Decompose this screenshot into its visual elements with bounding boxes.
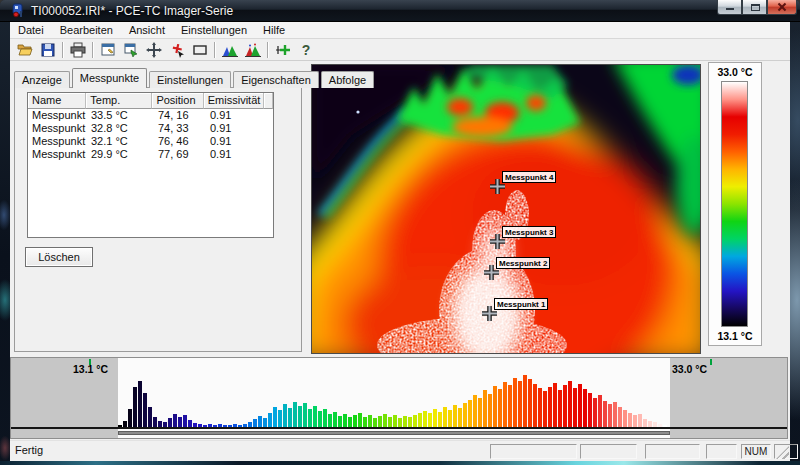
table-cell: 29.9 °C: [87, 148, 154, 161]
temperature-histogram[interactable]: 13.1 °C 33.0 °C: [10, 357, 788, 439]
measure-point-label: Messpunkt 2: [496, 257, 550, 269]
tab-eigenschaften[interactable]: Eigenschaften: [233, 71, 319, 88]
app-icon: [11, 3, 26, 18]
histogram-bar: [393, 415, 397, 427]
status-panel-3: [645, 444, 700, 459]
measure-point-label: Messpunkt 1: [494, 298, 548, 310]
maximize-button[interactable]: [742, 0, 767, 15]
histogram-bar: [553, 383, 557, 427]
window-bottom-border: [0, 461, 800, 465]
main-content: AnzeigeMesspunkteEinstellungenEigenschaf…: [10, 61, 790, 357]
help-icon: ?: [298, 42, 314, 58]
histogram-bar: [488, 394, 492, 427]
histogram-bar: [563, 385, 567, 427]
histogram-bar: [128, 409, 132, 427]
histogram-bar: [378, 416, 382, 427]
move-point-button[interactable]: [142, 40, 165, 60]
histogram-blue-button[interactable]: [218, 40, 241, 60]
add-point-icon: [169, 42, 185, 58]
move-point-icon: [146, 42, 162, 58]
histogram-bar: [543, 391, 547, 427]
help-button[interactable]: ?: [294, 40, 317, 60]
title-bar[interactable]: TI000052.IRI* - PCE-TC Imager-Serie: [0, 0, 800, 22]
table-cell: 32.8 °C: [87, 122, 154, 135]
histogram-bar: [368, 415, 372, 427]
histogram-bar: [298, 406, 302, 427]
table-cell: 76, 46: [154, 135, 206, 148]
table-row[interactable]: Messpunkt 133.5 °C74, 160.91: [28, 109, 273, 122]
close-button[interactable]: [767, 0, 797, 15]
histogram-red-icon: [245, 42, 261, 58]
show-points-button[interactable]: [271, 40, 294, 60]
histogram-range-slider[interactable]: [118, 431, 670, 435]
tab-einstellungen[interactable]: Einstellungen: [149, 71, 231, 88]
histogram-bar: [258, 416, 262, 427]
histogram-bar: [608, 404, 612, 427]
table-cell: 0.91: [206, 109, 267, 122]
histogram-bar: [528, 379, 532, 427]
open-icon: [17, 42, 33, 58]
table-row[interactable]: Messpunkt 232.8 °C74, 330.91: [28, 122, 273, 135]
histogram-bar: [133, 387, 137, 427]
add-point-button[interactable]: [165, 40, 188, 60]
histogram-bar: [323, 409, 327, 427]
histogram-bar: [278, 410, 282, 427]
table-row[interactable]: Messpunkt 332.1 °C76, 460.91: [28, 135, 273, 148]
save-button[interactable]: [36, 40, 59, 60]
histogram-bar: [573, 388, 577, 427]
toolbar-separator: [214, 42, 215, 58]
export-button[interactable]: [119, 40, 142, 60]
menu-item-hilfe[interactable]: Hilfe: [255, 22, 293, 39]
histogram-bar: [513, 378, 517, 427]
histogram-max-marker[interactable]: [710, 359, 712, 365]
status-panel-1: [490, 444, 577, 459]
histogram-bar: [443, 407, 447, 427]
minimize-button[interactable]: [717, 0, 742, 15]
histogram-bar: [538, 388, 542, 427]
print-button[interactable]: [66, 40, 89, 60]
tab-messpunkte[interactable]: Messpunkte: [72, 68, 147, 88]
tab-anzeige[interactable]: Anzeige: [14, 71, 70, 88]
histogram-bar: [318, 411, 322, 427]
menu-item-bearbeiten[interactable]: Bearbeiten: [52, 22, 121, 39]
histogram-bar: [333, 412, 337, 427]
tab-abfolge[interactable]: Abfolge: [321, 71, 374, 88]
minimize-icon: [726, 8, 734, 10]
table-row[interactable]: Messpunkt 429.9 °C77, 690.91: [28, 148, 273, 161]
histogram-bar: [498, 389, 502, 427]
status-text: Fertig: [15, 444, 43, 456]
export-icon: [123, 42, 139, 58]
measure-points-table[interactable]: NameTemp.PositionEmissivitätMesspunkt 13…: [27, 92, 274, 238]
save-icon: [40, 42, 56, 58]
table-header-row: NameTemp.PositionEmissivität: [28, 93, 273, 109]
histogram-bar: [273, 407, 277, 427]
histogram-red-button[interactable]: [241, 40, 264, 60]
table-cell: Messpunkt 2: [28, 122, 87, 135]
table-cell: Messpunkt 4: [28, 148, 87, 161]
table-cell: 77, 69: [154, 148, 206, 161]
column-header-name[interactable]: Name: [28, 93, 86, 109]
histogram-bar: [413, 415, 417, 427]
num-lock-indicator: NUM: [741, 444, 771, 459]
properties-button[interactable]: [96, 40, 119, 60]
column-header-temp[interactable]: Temp.: [86, 93, 152, 109]
menu-item-einstellungen[interactable]: Einstellungen: [173, 22, 255, 39]
show-points-icon: [275, 42, 291, 58]
column-header-position[interactable]: Position: [152, 93, 203, 109]
open-button[interactable]: [13, 40, 36, 60]
histogram-bar: [583, 389, 587, 427]
histogram-bar: [643, 419, 647, 427]
application-window: TI000052.IRI* - PCE-TC Imager-Serie Date…: [0, 0, 800, 465]
menu-item-ansicht[interactable]: Ansicht: [121, 22, 173, 39]
histogram-bar: [588, 393, 592, 427]
histogram-bar: [468, 400, 472, 427]
histogram-blue-icon: [222, 42, 238, 58]
thermal-image-view[interactable]: Messpunkt 1Messpunkt 2Messpunkt 3Messpun…: [311, 64, 701, 354]
column-header-emissivitt[interactable]: Emissivität: [204, 93, 264, 109]
delete-button[interactable]: Löschen: [25, 247, 93, 267]
histogram-bar: [633, 415, 637, 427]
rectangle-button[interactable]: [188, 40, 211, 60]
histogram-bar: [288, 408, 292, 427]
table-cell: Messpunkt 3: [28, 135, 87, 148]
menu-item-datei[interactable]: Datei: [10, 22, 52, 39]
